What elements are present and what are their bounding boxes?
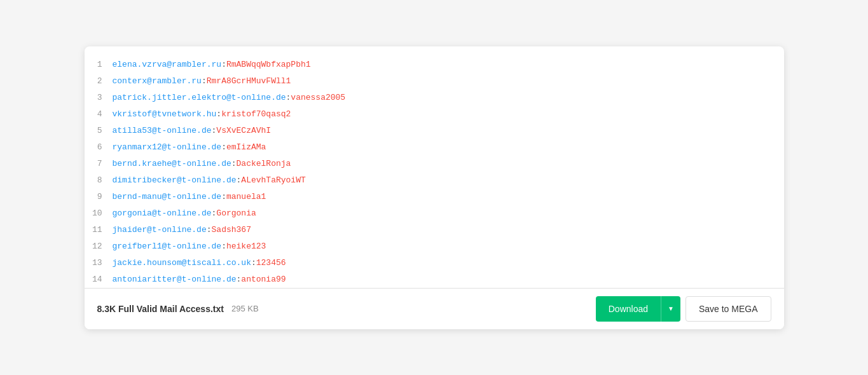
file-info: 8.3K Full Valid Mail Access.txt 295 KB	[97, 304, 259, 314]
table-row: 1elena.vzrva@rambler.ru:RmABWqqWbfxapPbh…	[85, 57, 784, 73]
line-content: dimitribecker@t-online.de:ALevhTaRyoiWT	[113, 174, 306, 188]
line-content: vkristof@tvnetwork.hu:kristof70qasq2	[113, 107, 291, 121]
line-number: 12	[90, 240, 113, 254]
separator: :	[221, 60, 226, 69]
table-row: 6ryanmarx12@t-online.de:emIizAMa	[85, 139, 784, 156]
line-number: 6	[90, 140, 113, 154]
table-row: 11jhaider@t-online.de:Sadsh367	[85, 222, 784, 238]
line-content: antoniaritter@t-online.de:antonia99	[113, 273, 286, 287]
email-text: bernd.kraehe@t-online.de	[113, 159, 231, 168]
password-text: kristof70qasq2	[221, 109, 291, 119]
password-text: manuela1	[226, 192, 266, 201]
file-viewer: 1elena.vzrva@rambler.ru:RmABWqqWbfxapPbh…	[85, 46, 784, 329]
separator: :	[251, 258, 256, 268]
password-text: RmrA8GcrHMuvFWll1	[207, 76, 291, 86]
line-content: conterx@rambler.ru:RmrA8GcrHMuvFWll1	[113, 74, 291, 88]
download-button[interactable]: Download	[596, 296, 661, 322]
password-text: emIizAMa	[226, 142, 266, 152]
email-text: elena.vzrva@rambler.ru	[113, 60, 222, 69]
line-number: 14	[90, 273, 113, 287]
line-number: 1	[90, 58, 113, 72]
table-row: 9bernd-manu@t-online.de:manuela1	[85, 189, 784, 205]
separator: :	[202, 76, 207, 86]
line-number: 10	[90, 207, 113, 221]
table-row: 3patrick.jittler.elektro@t-online.de:van…	[85, 90, 784, 106]
table-row: 10gorgonia@t-online.de:Gorgonia	[85, 205, 784, 222]
line-content: ryanmarx12@t-online.de:emIizAMa	[113, 140, 266, 154]
file-name: 8.3K Full Valid Mail Access.txt	[97, 304, 224, 314]
password-text: vanessa2005	[291, 93, 345, 102]
email-text: dimitribecker@t-online.de	[113, 175, 237, 185]
email-text: gorgonia@t-online.de	[113, 208, 212, 218]
line-number: 2	[90, 74, 113, 88]
action-buttons: Download ▼ Save to MEGA	[596, 296, 771, 322]
table-row: 4vkristof@tvnetwork.hu:kristof70qasq2	[85, 106, 784, 123]
password-text: DackelRonja	[237, 159, 291, 168]
line-content: atilla53@t-online.de:VsXvECzAVhI	[113, 124, 272, 138]
table-row: 7bernd.kraehe@t-online.de:DackelRonja	[85, 156, 784, 172]
table-row: 12greifberl1@t-online.de:heike123	[85, 238, 784, 255]
line-number: 8	[90, 174, 113, 188]
password-text: 123456	[256, 258, 286, 268]
chevron-down-icon: ▼	[668, 305, 674, 312]
email-text: bernd-manu@t-online.de	[113, 192, 222, 201]
email-text: vkristof@tvnetwork.hu	[113, 109, 217, 119]
email-text: ryanmarx12@t-online.de	[113, 142, 222, 152]
email-text: atilla53@t-online.de	[113, 126, 212, 135]
line-number: 13	[90, 256, 113, 270]
line-number: 9	[90, 190, 113, 204]
email-text: jackie.hounsom@tiscali.co.uk	[113, 258, 251, 268]
password-text: ALevhTaRyoiWT	[241, 175, 305, 185]
line-number: 4	[90, 107, 113, 121]
save-to-mega-button[interactable]: Save to MEGA	[685, 296, 771, 322]
separator: :	[207, 225, 212, 235]
line-number: 11	[90, 223, 113, 237]
line-content: jhaider@t-online.de:Sadsh367	[113, 223, 251, 237]
email-text: jhaider@t-online.de	[113, 225, 207, 235]
table-row: 14antoniaritter@t-online.de:antonia99	[85, 271, 784, 288]
line-number: 3	[90, 91, 113, 105]
line-number: 7	[90, 157, 113, 171]
email-text: greifberl1@t-online.de	[113, 242, 222, 251]
file-size: 295 KB	[231, 304, 259, 313]
separator: :	[221, 192, 226, 201]
password-text: RmABWqqWbfxapPbh1	[226, 60, 311, 69]
password-text: antonia99	[241, 275, 286, 284]
separator: :	[221, 242, 226, 251]
line-content: bernd-manu@t-online.de:manuela1	[113, 190, 266, 204]
line-content: patrick.jittler.elektro@t-online.de:vane…	[113, 91, 346, 105]
code-area[interactable]: 1elena.vzrva@rambler.ru:RmABWqqWbfxapPbh…	[85, 46, 784, 288]
table-row: 2conterx@rambler.ru:RmrA8GcrHMuvFWll1	[85, 73, 784, 90]
line-content: gorgonia@t-online.de:Gorgonia	[113, 207, 256, 221]
line-content: greifberl1@t-online.de:heike123	[113, 240, 266, 254]
table-row: 5atilla53@t-online.de:VsXvECzAVhI	[85, 123, 784, 139]
footer-bar: 8.3K Full Valid Mail Access.txt 295 KB D…	[85, 288, 784, 329]
separator: :	[231, 159, 237, 168]
table-row: 8dimitribecker@t-online.de:ALevhTaRyoiWT	[85, 172, 784, 189]
separator: :	[216, 109, 221, 119]
download-dropdown-button[interactable]: ▼	[661, 296, 680, 322]
password-text: Sadsh367	[212, 225, 251, 235]
password-text: Gorgonia	[216, 208, 256, 218]
line-number: 5	[90, 124, 113, 138]
separator: :	[221, 142, 226, 152]
email-text: antoniaritter@t-online.de	[113, 275, 237, 284]
email-text: conterx@rambler.ru	[113, 76, 202, 86]
line-content: elena.vzrva@rambler.ru:RmABWqqWbfxapPbh1	[113, 58, 311, 72]
line-content: bernd.kraehe@t-online.de:DackelRonja	[113, 157, 291, 171]
line-content: jackie.hounsom@tiscali.co.uk:123456	[113, 256, 286, 270]
email-text: patrick.jittler.elektro@t-online.de	[113, 93, 286, 102]
password-text: VsXvECzAVhI	[216, 126, 271, 135]
table-row: 13jackie.hounsom@tiscali.co.uk:123456	[85, 255, 784, 271]
password-text: heike123	[226, 242, 266, 251]
